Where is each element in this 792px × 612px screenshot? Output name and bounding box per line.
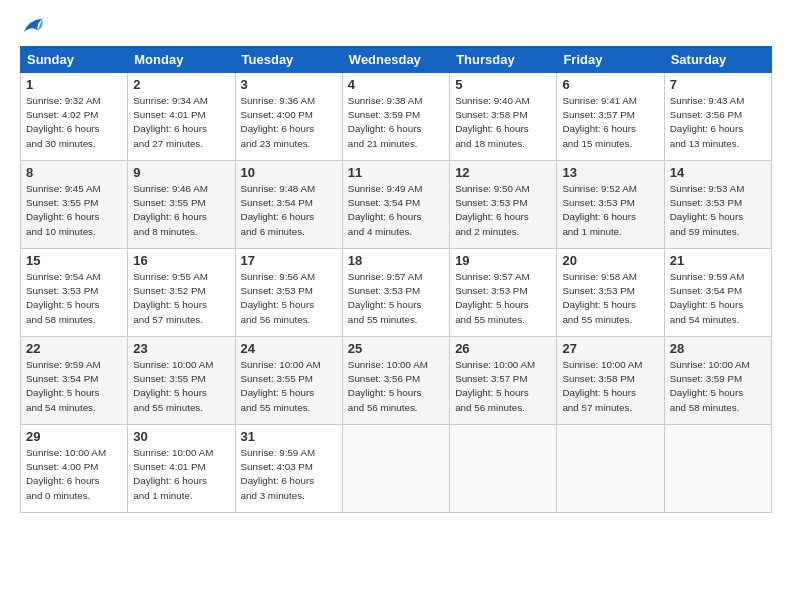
calendar-cell: 14Sunrise: 9:53 AM Sunset: 3:53 PM Dayli… — [664, 161, 771, 249]
calendar-cell: 4Sunrise: 9:38 AM Sunset: 3:59 PM Daylig… — [342, 73, 449, 161]
week-row-1: 1Sunrise: 9:32 AM Sunset: 4:02 PM Daylig… — [21, 73, 772, 161]
page: SundayMondayTuesdayWednesdayThursdayFrid… — [0, 0, 792, 612]
week-row-5: 29Sunrise: 10:00 AM Sunset: 4:00 PM Dayl… — [21, 425, 772, 513]
col-header-tuesday: Tuesday — [235, 47, 342, 73]
day-info: Sunrise: 10:00 AM Sunset: 3:55 PM Daylig… — [241, 358, 337, 415]
calendar-cell: 3Sunrise: 9:36 AM Sunset: 4:00 PM Daylig… — [235, 73, 342, 161]
day-info: Sunrise: 9:58 AM Sunset: 3:53 PM Dayligh… — [562, 270, 658, 327]
calendar-cell: 10Sunrise: 9:48 AM Sunset: 3:54 PM Dayli… — [235, 161, 342, 249]
calendar-cell: 7Sunrise: 9:43 AM Sunset: 3:56 PM Daylig… — [664, 73, 771, 161]
calendar-cell — [342, 425, 449, 513]
calendar-cell: 9Sunrise: 9:46 AM Sunset: 3:55 PM Daylig… — [128, 161, 235, 249]
calendar-cell: 18Sunrise: 9:57 AM Sunset: 3:53 PM Dayli… — [342, 249, 449, 337]
week-row-4: 22Sunrise: 9:59 AM Sunset: 3:54 PM Dayli… — [21, 337, 772, 425]
day-number: 7 — [670, 77, 766, 92]
logo-bird-icon — [20, 16, 44, 36]
day-number: 4 — [348, 77, 444, 92]
day-info: Sunrise: 9:54 AM Sunset: 3:53 PM Dayligh… — [26, 270, 122, 327]
col-header-friday: Friday — [557, 47, 664, 73]
col-header-monday: Monday — [128, 47, 235, 73]
day-info: Sunrise: 9:46 AM Sunset: 3:55 PM Dayligh… — [133, 182, 229, 239]
day-info: Sunrise: 10:00 AM Sunset: 3:56 PM Daylig… — [348, 358, 444, 415]
day-number: 27 — [562, 341, 658, 356]
day-number: 22 — [26, 341, 122, 356]
calendar-cell: 26Sunrise: 10:00 AM Sunset: 3:57 PM Dayl… — [450, 337, 557, 425]
day-info: Sunrise: 9:36 AM Sunset: 4:00 PM Dayligh… — [241, 94, 337, 151]
calendar-cell: 21Sunrise: 9:59 AM Sunset: 3:54 PM Dayli… — [664, 249, 771, 337]
calendar-cell: 12Sunrise: 9:50 AM Sunset: 3:53 PM Dayli… — [450, 161, 557, 249]
calendar-cell: 27Sunrise: 10:00 AM Sunset: 3:58 PM Dayl… — [557, 337, 664, 425]
day-number: 19 — [455, 253, 551, 268]
day-info: Sunrise: 9:45 AM Sunset: 3:55 PM Dayligh… — [26, 182, 122, 239]
week-row-2: 8Sunrise: 9:45 AM Sunset: 3:55 PM Daylig… — [21, 161, 772, 249]
day-info: Sunrise: 9:48 AM Sunset: 3:54 PM Dayligh… — [241, 182, 337, 239]
calendar-cell: 6Sunrise: 9:41 AM Sunset: 3:57 PM Daylig… — [557, 73, 664, 161]
day-info: Sunrise: 10:00 AM Sunset: 3:55 PM Daylig… — [133, 358, 229, 415]
calendar-cell: 20Sunrise: 9:58 AM Sunset: 3:53 PM Dayli… — [557, 249, 664, 337]
calendar-cell: 13Sunrise: 9:52 AM Sunset: 3:53 PM Dayli… — [557, 161, 664, 249]
calendar-table: SundayMondayTuesdayWednesdayThursdayFrid… — [20, 46, 772, 513]
day-info: Sunrise: 9:56 AM Sunset: 3:53 PM Dayligh… — [241, 270, 337, 327]
day-number: 15 — [26, 253, 122, 268]
col-header-sunday: Sunday — [21, 47, 128, 73]
calendar-cell — [450, 425, 557, 513]
day-number: 10 — [241, 165, 337, 180]
day-info: Sunrise: 10:00 AM Sunset: 3:59 PM Daylig… — [670, 358, 766, 415]
day-number: 3 — [241, 77, 337, 92]
calendar-header-row: SundayMondayTuesdayWednesdayThursdayFrid… — [21, 47, 772, 73]
day-number: 24 — [241, 341, 337, 356]
day-number: 2 — [133, 77, 229, 92]
day-info: Sunrise: 9:34 AM Sunset: 4:01 PM Dayligh… — [133, 94, 229, 151]
day-info: Sunrise: 9:57 AM Sunset: 3:53 PM Dayligh… — [455, 270, 551, 327]
day-number: 25 — [348, 341, 444, 356]
day-info: Sunrise: 9:59 AM Sunset: 3:54 PM Dayligh… — [670, 270, 766, 327]
calendar-cell — [664, 425, 771, 513]
day-number: 1 — [26, 77, 122, 92]
day-info: Sunrise: 9:53 AM Sunset: 3:53 PM Dayligh… — [670, 182, 766, 239]
day-number: 31 — [241, 429, 337, 444]
day-number: 18 — [348, 253, 444, 268]
day-number: 29 — [26, 429, 122, 444]
day-number: 17 — [241, 253, 337, 268]
calendar-cell: 8Sunrise: 9:45 AM Sunset: 3:55 PM Daylig… — [21, 161, 128, 249]
week-row-3: 15Sunrise: 9:54 AM Sunset: 3:53 PM Dayli… — [21, 249, 772, 337]
day-info: Sunrise: 9:52 AM Sunset: 3:53 PM Dayligh… — [562, 182, 658, 239]
day-number: 26 — [455, 341, 551, 356]
calendar-cell: 31Sunrise: 9:59 AM Sunset: 4:03 PM Dayli… — [235, 425, 342, 513]
calendar-cell: 22Sunrise: 9:59 AM Sunset: 3:54 PM Dayli… — [21, 337, 128, 425]
calendar-cell: 23Sunrise: 10:00 AM Sunset: 3:55 PM Dayl… — [128, 337, 235, 425]
col-header-thursday: Thursday — [450, 47, 557, 73]
header — [20, 16, 772, 36]
calendar-cell: 16Sunrise: 9:55 AM Sunset: 3:52 PM Dayli… — [128, 249, 235, 337]
day-info: Sunrise: 10:00 AM Sunset: 3:57 PM Daylig… — [455, 358, 551, 415]
day-info: Sunrise: 9:43 AM Sunset: 3:56 PM Dayligh… — [670, 94, 766, 151]
day-info: Sunrise: 9:49 AM Sunset: 3:54 PM Dayligh… — [348, 182, 444, 239]
day-info: Sunrise: 9:32 AM Sunset: 4:02 PM Dayligh… — [26, 94, 122, 151]
calendar-cell — [557, 425, 664, 513]
day-number: 11 — [348, 165, 444, 180]
day-info: Sunrise: 10:00 AM Sunset: 3:58 PM Daylig… — [562, 358, 658, 415]
day-number: 16 — [133, 253, 229, 268]
day-number: 13 — [562, 165, 658, 180]
day-info: Sunrise: 9:57 AM Sunset: 3:53 PM Dayligh… — [348, 270, 444, 327]
col-header-wednesday: Wednesday — [342, 47, 449, 73]
calendar-cell: 17Sunrise: 9:56 AM Sunset: 3:53 PM Dayli… — [235, 249, 342, 337]
day-number: 8 — [26, 165, 122, 180]
logo — [20, 16, 48, 36]
day-info: Sunrise: 10:00 AM Sunset: 4:01 PM Daylig… — [133, 446, 229, 503]
calendar-cell: 28Sunrise: 10:00 AM Sunset: 3:59 PM Dayl… — [664, 337, 771, 425]
day-number: 23 — [133, 341, 229, 356]
day-number: 20 — [562, 253, 658, 268]
calendar-cell: 2Sunrise: 9:34 AM Sunset: 4:01 PM Daylig… — [128, 73, 235, 161]
calendar-cell: 11Sunrise: 9:49 AM Sunset: 3:54 PM Dayli… — [342, 161, 449, 249]
day-number: 14 — [670, 165, 766, 180]
day-number: 21 — [670, 253, 766, 268]
calendar-cell: 29Sunrise: 10:00 AM Sunset: 4:00 PM Dayl… — [21, 425, 128, 513]
day-number: 12 — [455, 165, 551, 180]
day-info: Sunrise: 9:38 AM Sunset: 3:59 PM Dayligh… — [348, 94, 444, 151]
calendar-cell: 30Sunrise: 10:00 AM Sunset: 4:01 PM Dayl… — [128, 425, 235, 513]
calendar-cell: 19Sunrise: 9:57 AM Sunset: 3:53 PM Dayli… — [450, 249, 557, 337]
calendar-cell: 25Sunrise: 10:00 AM Sunset: 3:56 PM Dayl… — [342, 337, 449, 425]
calendar-cell: 24Sunrise: 10:00 AM Sunset: 3:55 PM Dayl… — [235, 337, 342, 425]
day-info: Sunrise: 9:40 AM Sunset: 3:58 PM Dayligh… — [455, 94, 551, 151]
